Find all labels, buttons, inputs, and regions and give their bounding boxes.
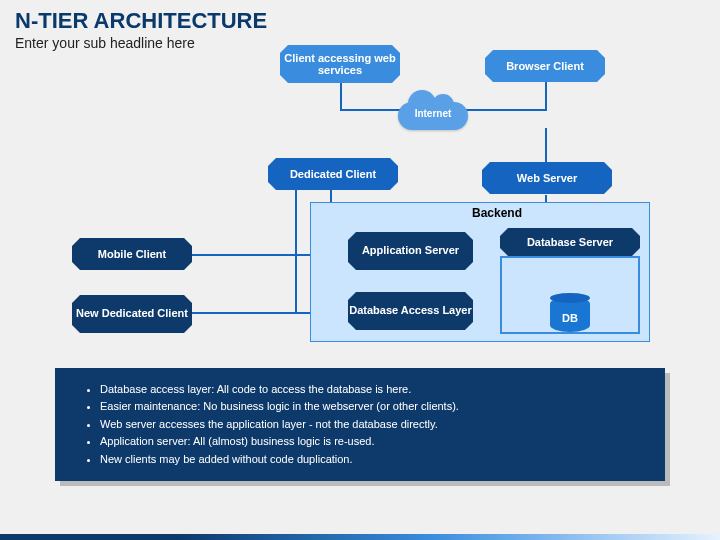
connector (340, 81, 342, 111)
node-webserver: Web Server (482, 162, 612, 194)
connector (295, 180, 297, 314)
node-new-dedicated: New Dedicated Client (72, 295, 192, 333)
db-sub-panel: DB (500, 256, 640, 334)
page-title: N-TIER ARCHITECTURE (15, 8, 267, 34)
connector (545, 128, 547, 163)
node-dedicated: Dedicated Client (268, 158, 398, 190)
node-client-web: Client accessing web services (280, 45, 400, 83)
note-item: Web server accesses the application laye… (100, 417, 635, 432)
note-item: New clients may be added without code du… (100, 452, 635, 467)
notes-list: Database access layer: All code to acces… (85, 382, 635, 467)
node-internet: Internet (398, 92, 468, 132)
cloud-label: Internet (398, 108, 468, 119)
node-app-server: Application Server (348, 232, 473, 270)
footer-gradient (0, 534, 720, 540)
notes-panel: Database access layer: All code to acces… (55, 368, 665, 481)
note-item: Database access layer: All code to acces… (100, 382, 635, 397)
page-subtitle: Enter your sub headline here (15, 35, 195, 51)
backend-label: Backend (472, 206, 522, 220)
node-dal: Database Access Layer (348, 292, 473, 330)
note-item: Easier maintenance: No business logic in… (100, 399, 635, 414)
node-mobile: Mobile Client (72, 238, 192, 270)
connector (465, 109, 547, 111)
node-browser: Browser Client (485, 50, 605, 82)
db-label: DB (562, 312, 578, 324)
connector (545, 81, 547, 111)
connector (340, 109, 400, 111)
note-item: Application server: All (almost) busines… (100, 434, 635, 449)
node-db-server: Database Server (500, 228, 640, 256)
